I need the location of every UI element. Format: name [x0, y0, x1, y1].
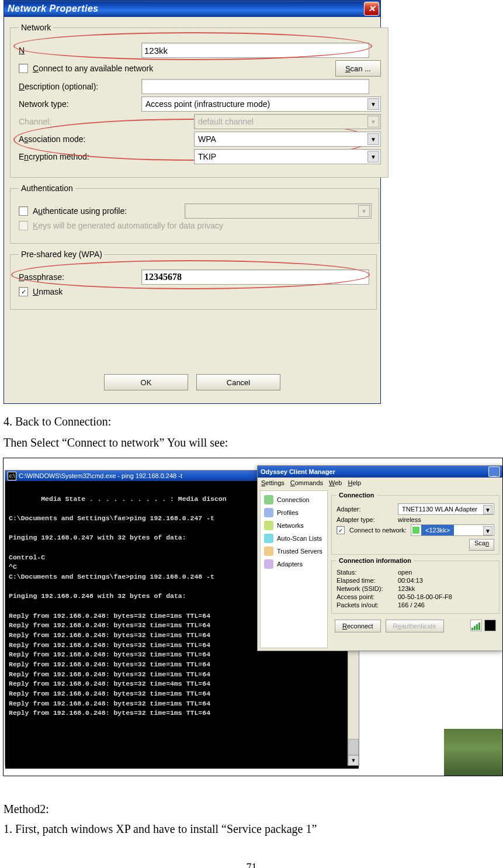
reauthenticate-button: Reauthenticate [386, 620, 444, 632]
conn-info-legend: Connection information [337, 557, 414, 564]
adaptertype-label: Adapter type: [337, 516, 398, 523]
scan-button[interactable]: Scan ... [335, 60, 381, 77]
psk-legend: Pre-shared key (WPA) [19, 250, 105, 259]
network-properties-window: Network Properties ✕ Network N Connect t… [4, 0, 381, 404]
menu-help[interactable]: Help [348, 479, 361, 486]
profiles-icon [264, 508, 273, 517]
authentication-group: Authentication Authenticate using profil… [10, 184, 379, 244]
authentication-legend: Authentication [19, 184, 75, 193]
connection-group: Connection Adapter: TNET1130 WLAN Adapte… [331, 492, 499, 555]
odyssey-title-text: Odyssey Client Manager [261, 468, 335, 475]
status-value: open [398, 569, 494, 576]
network-type-label: Network type: [19, 99, 141, 109]
cancel-button[interactable]: Cancel [196, 374, 280, 390]
network-legend: Network [19, 23, 53, 32]
titlebar[interactable]: Network Properties ✕ [4, 1, 380, 17]
passphrase-input[interactable] [141, 269, 369, 285]
reconnect-button[interactable]: Reconnect [335, 620, 381, 632]
network-group: Network N Connect to any available netwo… [10, 23, 388, 178]
encryption-select[interactable]: TKIP ▼ [194, 149, 381, 164]
connect-to-select[interactable]: <123kk> ▼ [411, 524, 494, 536]
connect-any-label: Connect to any available network [33, 64, 335, 73]
association-value: WPA [198, 134, 216, 144]
pkt-label: Packets in/out: [337, 601, 398, 608]
connection-info-group: Connection information Status:open Elaps… [331, 557, 499, 614]
ap-value: 00-50-18-00-0F-F8 [398, 593, 494, 600]
odyssey-window: Odyssey Client Manager _ Settings Comman… [257, 465, 503, 651]
channel-select: default channel ▼ [194, 114, 381, 129]
step-4-text: 4. Back to Connection: [4, 412, 503, 431]
sidebar-item-adapters[interactable]: Adapters [262, 558, 326, 570]
auth-profile-select: ▼ [185, 203, 372, 219]
auth-profile-label: Authenticate using profile: [33, 206, 185, 216]
passphrase-label: Passphrase: [19, 272, 141, 282]
menu-commands[interactable]: Commands [290, 479, 323, 486]
ok-button[interactable]: OK [104, 374, 188, 390]
ssid-input[interactable] [141, 43, 369, 58]
unmask-checkbox[interactable]: ✓ [19, 287, 28, 296]
association-select[interactable]: WPA ▼ [194, 132, 381, 147]
elapsed-value: 00:04:13 [398, 577, 494, 584]
odyssey-menubar: Settings Commands Web Help [258, 478, 503, 488]
menu-settings[interactable]: Settings [261, 479, 285, 486]
menu-web[interactable]: Web [329, 479, 342, 486]
keys-auto-checkbox [19, 221, 28, 230]
network-type-select[interactable]: Access point (infrastructure mode) ▼ [141, 96, 381, 112]
sidebar-item-autoscan[interactable]: Auto-Scan Lists [262, 532, 326, 545]
connect-to-checkbox[interactable]: ✓ [337, 526, 345, 534]
signal-icon-2 [484, 620, 496, 631]
cmd-icon: c:\ [8, 472, 16, 480]
close-button[interactable]: ✕ [364, 2, 379, 16]
odyssey-titlebar[interactable]: Odyssey Client Manager _ [258, 466, 503, 478]
info-ssid-label: Network (SSID): [337, 585, 398, 592]
sidebar-item-trusted[interactable]: Trusted Servers [262, 545, 326, 558]
chevron-down-icon: ▼ [367, 133, 379, 145]
adapter-label: Adapter: [337, 506, 398, 513]
channel-value: default channel [198, 117, 254, 126]
scroll-thumb[interactable] [348, 739, 359, 755]
sidebar-item-connection[interactable]: Connection [262, 493, 326, 506]
chevron-down-icon: ▼ [358, 205, 370, 217]
description-label: Description (optional): [19, 82, 141, 91]
network-chip: <123kk> [421, 525, 454, 535]
method2-step1-text: 1. First, patch windows XP and have to i… [4, 819, 503, 838]
auth-profile-checkbox[interactable] [19, 206, 28, 216]
method2-text: Method2: [4, 800, 503, 818]
adaptertype-value: wireless [398, 516, 494, 523]
connection-legend: Connection [337, 492, 377, 499]
connect-any-checkbox[interactable] [19, 64, 28, 73]
chevron-down-icon: ▼ [367, 116, 379, 127]
description-input[interactable] [141, 79, 369, 94]
networks-icon [264, 521, 273, 530]
minimize-button[interactable]: _ [488, 466, 500, 477]
autoscan-icon [264, 534, 273, 543]
trusted-icon [264, 547, 273, 556]
connect-to-label: Connect to network: [349, 527, 411, 534]
odyssey-scan-button[interactable]: Scan [469, 539, 494, 551]
cmd-title-text: C:\WINDOWS\System32\cmd.exe - ping 192.1… [19, 472, 182, 479]
adapters-icon [264, 559, 273, 569]
page-number: 71 [0, 862, 503, 868]
sidebar-item-profiles[interactable]: Profiles [262, 506, 326, 519]
scroll-down-icon[interactable]: ▼ [348, 755, 359, 766]
chevron-down-icon: ▼ [483, 526, 492, 535]
info-ssid-value: 123kk [398, 585, 494, 592]
ap-label: Access point: [337, 593, 398, 600]
adapter-select[interactable]: TNET1130 WLAN Adapter▼ [398, 503, 494, 515]
sidebar-item-networks[interactable]: Networks [262, 519, 326, 532]
title-text: Network Properties [8, 4, 99, 14]
unmask-label: Unmask [33, 287, 63, 296]
network-type-value: Access point (infrastructure mode) [145, 99, 270, 109]
network-status-icon [412, 527, 419, 534]
association-label: Association mode: [19, 134, 194, 144]
odyssey-sidebar: Connection Profiles Networks Auto-Scan L… [260, 490, 328, 648]
connection-icon [264, 495, 273, 504]
figure-2: c:\ C:\WINDOWS\System32\cmd.exe - ping 1… [3, 458, 503, 776]
keys-auto-label: Keys will be generated automatically for… [33, 221, 223, 230]
channel-label: Channel: [19, 117, 194, 126]
ssid-label: N [19, 46, 141, 55]
elapsed-label: Elapsed time: [337, 577, 398, 584]
psk-group: Pre-shared key (WPA) Passphrase: ✓ Unmas… [10, 250, 377, 310]
status-label: Status: [337, 569, 398, 576]
encryption-label: Encryption method: [19, 152, 194, 161]
